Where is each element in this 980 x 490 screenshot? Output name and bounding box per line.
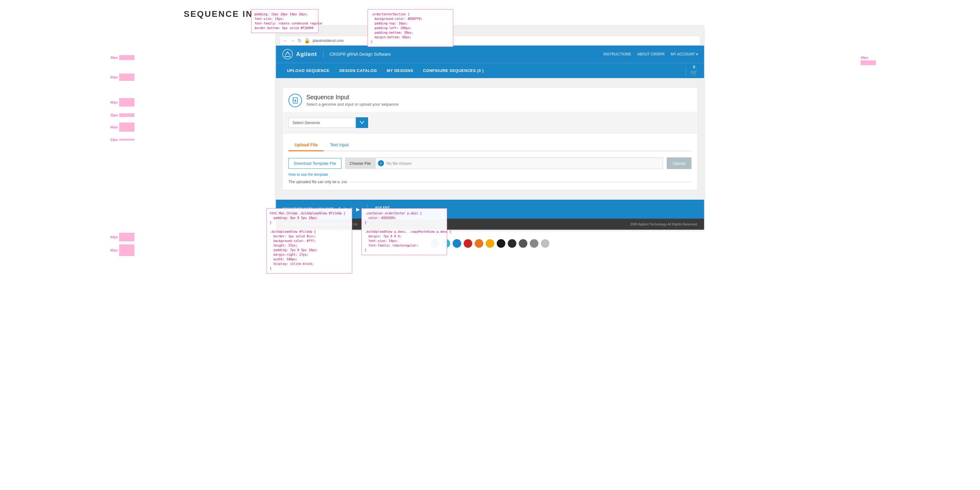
browser-chrome: ← → ↻ 🔒 placeholderurl.com [275,25,705,46]
genome-select-wrapper: Select Genome [288,117,692,128]
cart-icon[interactable]: 0 🛒 [690,65,698,76]
subnav-divider [686,66,686,75]
upload-row: Download Template File Choose File i No … [288,158,692,169]
sequence-card: Sequence Input Select a genome and input… [282,87,698,191]
browser-dots [280,28,700,36]
cart-symbol: 🛒 [690,69,698,76]
subnav-upload[interactable]: UPLOAD SEQUENCE [282,63,334,78]
tabs: Upload File Text Input [288,139,692,151]
swatch-3 [453,239,461,248]
upload-btn[interactable]: Upload [667,158,692,169]
about-link[interactable]: ABOUT CRISPR [637,52,665,56]
nav-divider [323,51,323,58]
instructions-link[interactable]: INSTRUCTIONS [603,52,631,56]
reload-icon[interactable]: ↻ [298,38,302,43]
footer-copyright: 2000 Agilent Technology All Rights Reser… [630,222,698,226]
sequence-header-text: Sequence Input Select a genome and input… [306,94,398,107]
annotation-css-3: html.Mac.Chrome .bulkUploadView #fileUp … [266,208,352,274]
measure-30px: 30px [110,55,134,60]
back-icon[interactable]: ← [283,38,288,43]
navbar: Agilent CRISPR gRNA Design Software INST… [276,46,704,63]
swatch-4 [464,239,472,248]
brand: Agilent CRISPR gRNA Design Software [282,49,391,60]
annotation-css-2: .orderCenterSection { background-color: … [368,9,453,47]
genome-section: Select Genome [282,112,698,133]
genome-select[interactable]: Select Genome [288,118,356,128]
subnav: UPLOAD SEQUENCE DESIGN CATALOG MY DESIGN… [276,63,704,78]
tab-upload[interactable]: Upload File [288,139,324,151]
annotation-css-1: padding: 15px 20px 14px 26px; font-size:… [251,9,318,33]
subnav-configure[interactable]: CONFIGURE SEQUENCES (0 ) [418,63,488,78]
no-file-text: No file chosen [387,161,663,166]
choose-file-btn[interactable]: Choose File [345,158,375,169]
help-template-link[interactable]: How to use the template [288,172,328,177]
measure-25px: 25px [110,113,134,117]
sequence-icon [288,94,302,107]
measure-12px: 12px [110,138,134,142]
subnav-designs[interactable]: MY DESIGNS [382,63,418,78]
info-icon: i [378,160,384,166]
measure-bottom-group: 64px 85px [110,233,134,256]
swatch-5 [475,239,483,248]
swatch-10 [530,239,538,248]
download-template-btn[interactable]: Download Template File [288,158,342,169]
swatch-9 [519,239,527,248]
file-input-area: Choose File i No file chosen [345,158,663,169]
tab-text-input[interactable]: Text Input [324,139,355,151]
content-area: Sequence Input Select a genome and input… [276,78,704,200]
browser-toolbar: ← → ↻ 🔒 placeholderurl.com [280,36,700,45]
swatch-11 [541,239,549,248]
sequence-card-header: Sequence Input Select a genome and input… [282,88,698,112]
genome-dropdown-btn[interactable] [356,117,368,128]
tab-section: Upload File Text Input [282,133,698,151]
measure-60px: 60px [110,98,134,107]
subnav-catalog[interactable]: DESIGN CATALOG [334,63,382,78]
file-note-line: The uploaded file can only be a .csv [288,180,692,184]
app-window: Agilent CRISPR gRNA Design Software INST… [275,46,705,230]
measure-28px-right: 28px [861,55,876,65]
file-upload-icon [292,97,299,104]
annotation-css-4: .container.orderCenter p.desc { color: #… [361,208,447,255]
swatch-6 [486,239,494,248]
youtube-icon[interactable]: ▶ [356,207,360,212]
account-menu[interactable]: MY ACCOUNT ▾ [671,52,698,56]
swatch-8 [508,239,516,248]
chevron-down-icon [360,120,364,124]
swatch-7 [497,239,505,248]
measure-65px: 65px [110,123,134,132]
upload-area: Download Template File Choose File i No … [282,158,698,190]
app-title: CRISPR gRNA Design Software [329,52,391,57]
forward-icon[interactable]: → [290,38,295,43]
agilent-wordmark: Agilent [296,51,317,57]
sequence-heading: Sequence Input [306,94,398,101]
svg-point-0 [283,49,293,59]
sequence-description: Select a genome and input or upload your… [306,102,398,107]
file-note: The uploaded file can only be a .csv [288,180,692,184]
agilent-logo [282,49,293,60]
measure-53px: 53px [110,73,134,81]
nav-links: INSTRUCTIONS ABOUT CRISPR MY ACCOUNT ▾ [603,52,698,56]
note-separator-line [350,182,692,182]
color-swatches [431,239,549,248]
lock-icon: 🔒 [304,38,310,43]
